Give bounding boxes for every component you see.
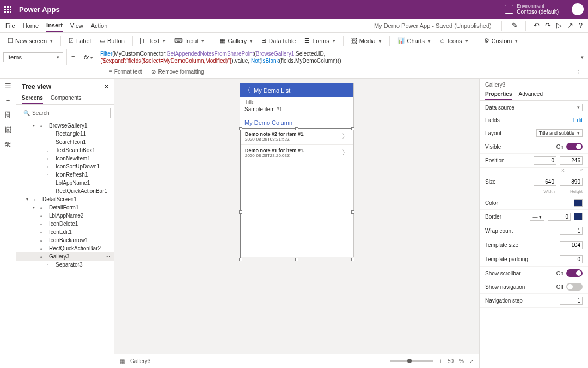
tree-node[interactable]: ▫SearchIcon1 xyxy=(16,138,114,146)
menu-action[interactable]: Action xyxy=(91,20,108,31)
border-color[interactable] xyxy=(574,213,583,220)
media-rail-icon[interactable]: 🖼 xyxy=(4,126,11,134)
format-text-button[interactable]: ≡ Format text xyxy=(109,69,142,75)
media-button[interactable]: 🖼 Media▾ xyxy=(348,36,385,46)
tree-node[interactable]: ▫Separator3 xyxy=(16,261,114,269)
template-size-input[interactable] xyxy=(560,241,583,249)
environment-icon xyxy=(505,5,513,14)
tree-close-icon[interactable]: × xyxy=(105,83,108,91)
text-button[interactable]: 🅃 Text▾ xyxy=(137,36,169,46)
remove-formatting-button[interactable]: ⊘ Remove formatting xyxy=(151,69,204,75)
layout-select[interactable]: Title and subtitle▾ xyxy=(536,129,583,137)
format-row: ≡ Format text ⊘ Remove formatting 〉 xyxy=(0,65,588,79)
menu-file[interactable]: File xyxy=(5,20,15,31)
insert-icon[interactable]: + xyxy=(6,96,10,105)
expand-formula-icon[interactable]: ▾ xyxy=(577,55,588,60)
tree-node[interactable]: ▸▫BrowseGallery1 xyxy=(16,122,114,130)
label-button[interactable]: ☑ Label xyxy=(65,35,94,46)
tree-list: ▸▫BrowseGallery1▫Rectangle11▫SearchIcon1… xyxy=(16,122,114,368)
height-input[interactable] xyxy=(560,178,583,186)
custom-button[interactable]: ⚙ Custom▾ xyxy=(481,35,522,46)
tab-screens[interactable]: Screens xyxy=(22,93,43,104)
template-padding-input[interactable] xyxy=(560,255,583,263)
visible-toggle[interactable] xyxy=(566,143,583,150)
tree-node[interactable]: ▫IconRefresh1 xyxy=(16,171,114,179)
tab-properties[interactable]: Properties xyxy=(485,89,512,100)
tree-node[interactable]: ▫LblAppName1 xyxy=(16,179,114,187)
tab-advanced[interactable]: Advanced xyxy=(518,89,542,100)
canvas-footer: ▦ Gallery3 − + 50 % ⤢ xyxy=(114,354,479,368)
scrollbar-toggle[interactable] xyxy=(566,269,583,277)
share-icon[interactable]: ↗ xyxy=(567,19,573,32)
gallery-row[interactable]: Demo note #2 for item #1.2020-08-29T08:2… xyxy=(241,129,353,145)
tree-view-icon[interactable]: ☰ xyxy=(5,82,11,90)
fit-icon[interactable]: ⤢ xyxy=(469,358,474,364)
app-checker-icon[interactable]: ✎ xyxy=(512,19,518,32)
preview-icon[interactable]: ▷ xyxy=(556,19,562,32)
tree-node[interactable]: ▫RectQuickActionBar2 xyxy=(16,244,114,252)
tree-node[interactable]: ▸▫DetailForm1 xyxy=(16,203,114,212)
color-swatch[interactable] xyxy=(574,199,583,207)
tree-node[interactable]: ▫RectQuickActionBar1 xyxy=(16,187,114,195)
tree-node[interactable]: ▾▫DetailScreen1 xyxy=(16,195,114,203)
zoom-out-icon[interactable]: − xyxy=(381,358,384,364)
charts-button[interactable]: 📊 Charts▾ xyxy=(394,35,434,46)
help-icon[interactable]: ? xyxy=(579,19,583,32)
nav-step-input[interactable] xyxy=(560,297,583,305)
navigation-toggle[interactable] xyxy=(566,283,583,291)
tree-node[interactable]: ▫LblAppName2 xyxy=(16,212,114,220)
phone-preview: 〈My Demo List Title Sample item #1 My De… xyxy=(240,83,354,257)
collapse-format-icon[interactable]: 〉 xyxy=(577,68,588,76)
breadcrumb[interactable]: Gallery3 xyxy=(130,358,150,364)
tree-node[interactable]: ▫IconDelete1 xyxy=(16,220,114,228)
tab-components[interactable]: Components xyxy=(51,93,82,104)
datatable-button[interactable]: ⊞ Data table xyxy=(258,35,299,46)
tree-node[interactable]: ▫TextSearchBox1 xyxy=(16,146,114,154)
tree-node[interactable]: ▫IconSortUpDown1 xyxy=(16,162,114,171)
zoom-slider[interactable] xyxy=(390,360,433,362)
avatar[interactable] xyxy=(572,3,584,15)
menu-view[interactable]: View xyxy=(70,20,83,31)
zoom-in-icon[interactable]: + xyxy=(439,358,442,364)
undo-icon[interactable]: ↶ xyxy=(534,19,540,32)
border-width-input[interactable] xyxy=(548,213,571,221)
redo-icon[interactable]: ↷ xyxy=(545,19,551,32)
tree-node[interactable]: ▫Rectangle11 xyxy=(16,130,114,138)
tree-node[interactable]: ▫Gallery3⋯ xyxy=(16,252,114,261)
app-header: Power Apps EnvironmentContoso (default) xyxy=(0,0,588,19)
tree-node[interactable]: ▫IconEdit1 xyxy=(16,228,114,236)
environment-picker[interactable]: EnvironmentContoso (default) xyxy=(505,4,559,15)
formula-bar: Items▾ = fx▾ Filter(MyCustomConnector.Ge… xyxy=(0,49,588,65)
wrap-input[interactable] xyxy=(560,227,583,235)
menu-bar: File Home Insert View Action My Demo Pow… xyxy=(0,19,588,33)
width-input[interactable] xyxy=(534,178,556,186)
button-button[interactable]: ▭ Button xyxy=(96,35,128,46)
fields-edit-link[interactable]: Edit xyxy=(573,117,583,123)
data-icon[interactable]: 🗄 xyxy=(4,111,11,119)
property-selector[interactable]: Items▾ xyxy=(3,52,63,62)
sample-item: Sample item #1 xyxy=(244,106,349,112)
gallery-row[interactable]: Demo note #1 for item #1.2020-08-28T23:2… xyxy=(241,145,353,161)
tree-node[interactable]: ▫IconNewItem1 xyxy=(16,154,114,162)
tree-node[interactable]: ▫IconBackarrow1 xyxy=(16,236,114,244)
menu-insert[interactable]: Insert xyxy=(46,20,63,32)
pos-x-input[interactable] xyxy=(534,156,556,165)
gallery-selected[interactable]: Demo note #2 for item #1.2020-08-29T08:2… xyxy=(240,128,353,260)
new-screen-button[interactable]: ☐ New screen▾ xyxy=(4,35,56,46)
waffle-icon[interactable] xyxy=(4,6,11,13)
border-style[interactable]: — ▾ xyxy=(530,213,544,221)
phone-header: 〈My Demo List xyxy=(240,83,353,97)
datasource-select[interactable]: ▾ xyxy=(565,104,583,111)
tree-search[interactable]: 🔍 Search xyxy=(20,108,111,118)
input-button[interactable]: ⌨ Input▾ xyxy=(171,35,207,46)
gallery-button[interactable]: ▦ Gallery▾ xyxy=(217,35,256,46)
back-icon[interactable]: 〈 xyxy=(244,86,250,94)
chevron-right-icon: 〉 xyxy=(342,148,348,158)
formula-input[interactable]: Filter(MyCustomConnector.GetAppendedNote… xyxy=(97,49,575,65)
icons-button[interactable]: ☺ Icons▾ xyxy=(436,36,471,46)
pos-y-input[interactable] xyxy=(560,156,583,165)
tree-title: Tree view xyxy=(22,83,51,91)
advanced-tools-icon[interactable]: 🛠 xyxy=(4,141,11,149)
menu-home[interactable]: Home xyxy=(23,20,39,31)
forms-button[interactable]: ☰ Forms▾ xyxy=(301,35,338,46)
